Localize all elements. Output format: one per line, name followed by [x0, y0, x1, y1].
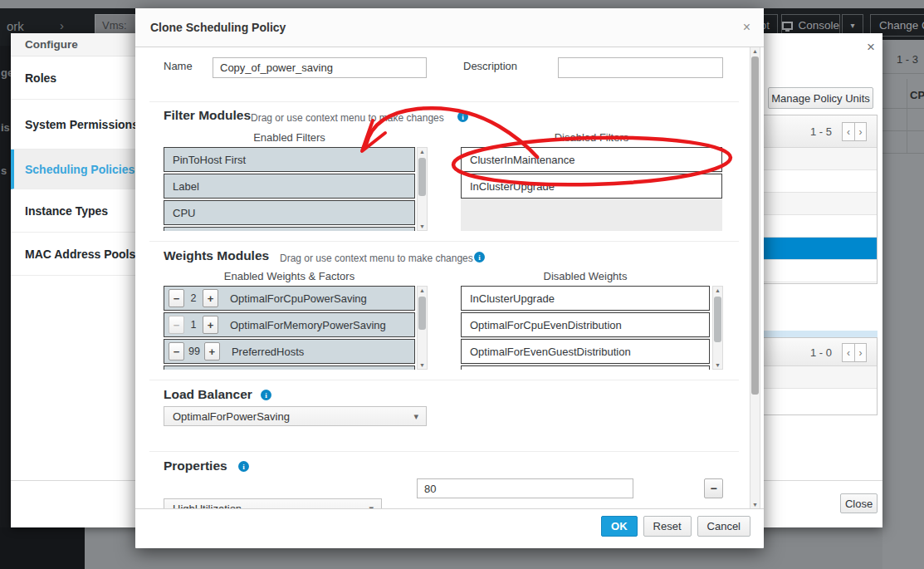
- nav-letter-fragment: s: [1, 164, 7, 177]
- weight-name: OptimalForEvenGuestDistribution: [470, 346, 631, 358]
- pagination-label: 1 - 0: [810, 346, 832, 359]
- property-value-field[interactable]: [417, 478, 633, 498]
- info-icon[interactable]: i: [238, 461, 249, 472]
- filter-name: ClusterInMaintenance: [470, 154, 574, 166]
- enabled-filters-label: Enabled Filters: [164, 131, 415, 144]
- chevron-down-icon: ▾: [850, 21, 854, 30]
- weight-name: OptimalForCpuPowerSaving: [230, 292, 367, 305]
- modal-scrollbar[interactable]: ▲ ▼: [750, 47, 760, 508]
- console-monitor-icon: [782, 22, 793, 30]
- decrease-factor-button[interactable]: −: [169, 289, 184, 307]
- list-item[interactable]: − 1 + OptimalForMemoryPowerSaving: [164, 312, 415, 337]
- modal-title-bar: Clone Scheduling Policy ×: [135, 8, 764, 47]
- screen: ork › Vms: ot Console ▾ Change C ge is s…: [0, 0, 924, 569]
- load-balancer-select[interactable]: OptimalForPowerSaving ▾: [164, 406, 427, 426]
- scrollbar-thumb[interactable]: [418, 297, 426, 330]
- next-page-button[interactable]: ›: [854, 343, 867, 362]
- prev-page-button[interactable]: ‹: [842, 343, 854, 362]
- filter-name: PinToHost First: [173, 154, 246, 166]
- list-item[interactable]: PinToHost First: [164, 147, 415, 172]
- disabled-weights-scrollbar[interactable]: ▲ ▼: [712, 286, 723, 370]
- background-column-header: CP: [910, 89, 924, 101]
- decrease-factor-button[interactable]: −: [169, 342, 184, 361]
- console-button-label: Console: [798, 19, 839, 32]
- list-item[interactable]: InClusterUpgrade: [461, 286, 710, 311]
- enabled-filters-list: PinToHost First Label CPU: [164, 147, 415, 231]
- list-item[interactable]: − 99 + PreferredHosts: [164, 339, 415, 364]
- list-item[interactable]: ClusterInMaintenance: [461, 147, 722, 172]
- pagination-label: 1 - 5: [810, 125, 832, 138]
- scrollbar-thumb[interactable]: [751, 56, 759, 395]
- property-key-select[interactable]: HighUtilization ▾: [164, 498, 382, 508]
- minus-icon: −: [710, 482, 716, 495]
- prev-page-button[interactable]: ‹: [842, 122, 854, 141]
- weights-modules-hint: Drag or use context menu to make changes: [280, 253, 473, 264]
- filter-modules-title: Filter Modules: [164, 108, 251, 123]
- increase-factor-button[interactable]: +: [204, 342, 220, 361]
- scrollbar-thumb[interactable]: [418, 158, 426, 196]
- description-label: Description: [463, 60, 517, 72]
- cancel-button[interactable]: Cancel: [697, 516, 750, 537]
- scrollbar-thumb[interactable]: [714, 297, 721, 342]
- sidebar-item-label: System Permissions: [25, 118, 139, 131]
- scroll-up-icon[interactable]: ▲: [418, 149, 427, 155]
- modal-title: Clone Scheduling Policy: [150, 21, 286, 34]
- list-item[interactable]: OptimalForEvenGuestDistribution: [461, 339, 710, 364]
- enabled-weights-label: Enabled Weights & Factors: [164, 270, 415, 282]
- info-icon[interactable]: i: [261, 390, 271, 400]
- scroll-down-icon[interactable]: ▼: [750, 502, 760, 508]
- nav-letter-fragment: ge: [1, 66, 11, 79]
- close-icon[interactable]: ×: [743, 20, 750, 35]
- background-pagination: 1 - 3: [897, 53, 918, 66]
- modal-footer: OK Reset Cancel: [135, 508, 764, 548]
- factor-value: 1: [188, 319, 198, 331]
- decrease-factor-button[interactable]: −: [169, 316, 184, 334]
- factor-value: 2: [188, 292, 198, 304]
- property-key-value: HighUtilization: [173, 503, 242, 509]
- weight-name: InClusterUpgrade: [470, 292, 555, 305]
- disabled-filters-label: Disabled Filters: [461, 131, 722, 144]
- list-item[interactable]: CPU: [164, 200, 415, 225]
- name-label: Name: [164, 60, 193, 72]
- scroll-down-icon[interactable]: ▼: [713, 362, 722, 368]
- name-field[interactable]: [213, 57, 427, 78]
- sidebar-item-label: MAC Address Pools: [25, 248, 135, 261]
- filter-modules-hint: Drag or use context menu to make changes: [251, 112, 444, 124]
- description-field[interactable]: [558, 57, 723, 78]
- info-icon[interactable]: i: [474, 252, 485, 262]
- scroll-up-icon[interactable]: ▲: [418, 287, 427, 293]
- breadcrumb-chevron-icon: ›: [60, 18, 64, 32]
- reset-button[interactable]: Reset: [643, 516, 692, 537]
- next-page-button[interactable]: ›: [854, 122, 867, 141]
- enabled-filters-scrollbar[interactable]: ▲ ▼: [417, 147, 428, 231]
- manage-policy-units-button[interactable]: Manage Policy Units: [768, 87, 873, 109]
- filter-name: Label: [173, 180, 199, 193]
- info-icon[interactable]: i: [457, 111, 468, 122]
- enabled-weights-scrollbar[interactable]: ▲ ▼: [417, 286, 428, 370]
- increase-factor-button[interactable]: +: [203, 289, 218, 307]
- weight-name: PreferredHosts: [232, 346, 304, 358]
- list-item[interactable]: Label: [164, 174, 415, 199]
- ok-button[interactable]: OK: [601, 516, 638, 537]
- list-item-partial[interactable]: [461, 365, 710, 370]
- list-item[interactable]: OptimalForCpuEvenDistribution: [461, 312, 710, 337]
- filter-name: InClusterUpgrade: [470, 180, 555, 193]
- list-item[interactable]: InClusterUpgrade: [461, 174, 722, 199]
- scroll-up-icon[interactable]: ▲: [713, 287, 722, 293]
- sidebar-item-label: Instance Types: [25, 204, 108, 218]
- bottom-dark-region: [0, 527, 85, 569]
- sidebar-item-label: Roles: [25, 71, 56, 85]
- scroll-down-icon[interactable]: ▼: [418, 362, 427, 368]
- properties-title: Properties: [164, 459, 227, 473]
- scroll-down-icon[interactable]: ▼: [418, 223, 427, 229]
- scroll-up-icon[interactable]: ▲: [750, 48, 760, 54]
- close-button[interactable]: Close: [840, 493, 878, 513]
- list-item-partial[interactable]: [164, 365, 415, 370]
- increase-factor-button[interactable]: +: [203, 316, 218, 334]
- list-item-partial[interactable]: [164, 227, 415, 231]
- pagination-controls: ‹ ›: [842, 122, 867, 141]
- list-item[interactable]: − 2 + OptimalForCpuPowerSaving: [164, 286, 415, 311]
- remove-property-button[interactable]: −: [704, 478, 723, 498]
- pagination-controls: ‹ ›: [842, 343, 867, 362]
- close-icon[interactable]: ×: [867, 40, 875, 54]
